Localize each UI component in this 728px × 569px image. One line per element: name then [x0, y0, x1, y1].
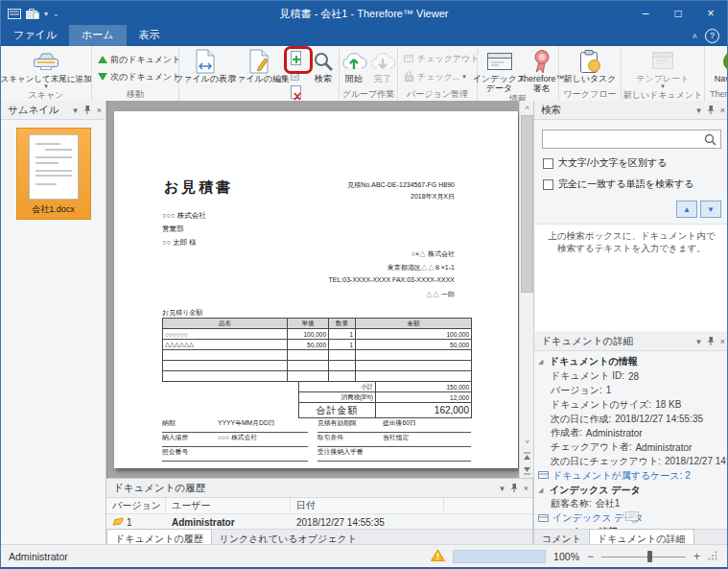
scan-append-button[interactable]: スキャンして末尾に追加 ▾ [2, 48, 90, 89]
pin-icon[interactable] [83, 105, 91, 115]
qat-dropdown-icon[interactable]: ▾ [44, 10, 48, 18]
replace-page-button[interactable] [287, 67, 306, 83]
group-label-workflow: ワークフロー [559, 88, 621, 101]
scanner-icon [32, 48, 60, 74]
app-icon[interactable] [8, 9, 21, 19]
close-button[interactable]: × [694, 1, 727, 26]
tab-file[interactable]: ファイル [1, 25, 69, 46]
scroll-up-icon[interactable]: ˄ [520, 101, 534, 115]
next-document-button[interactable]: 次のドキュメント [98, 71, 180, 83]
ribbon-group-therefore: Navigator Therefore™ [705, 46, 727, 101]
quote-title: お見積書 [164, 178, 233, 197]
vertical-scrollbar[interactable]: ˄ ˅ [519, 101, 533, 478]
collapse-section-icon[interactable]: ◢ [538, 358, 546, 366]
find-next-button[interactable]: ▼ [700, 201, 721, 218]
thumbnail-item-selected[interactable]: 会社1.docx [16, 128, 91, 220]
ribbon: スキャンして末尾に追加 ▾ スキャン 前のドキュメント 次のドキュメント 移動 [1, 46, 727, 102]
case-link-row[interactable]: ドキュメントが属するケース: 2 [538, 468, 727, 483]
table-row [163, 361, 472, 371]
checkbox-icon[interactable] [543, 158, 553, 169]
table-row [163, 371, 472, 382]
close-panel-icon[interactable]: × [720, 337, 725, 346]
search-hint-text: 上の検索ボックスに、ドキュメント内で検索するテキストを入力できます。 [535, 225, 728, 261]
briefcase-icon[interactable] [26, 8, 39, 19]
pin-icon[interactable] [707, 105, 715, 115]
add-page-button[interactable] [287, 50, 306, 66]
column-date[interactable]: 日付 [291, 498, 444, 513]
whole-word-option[interactable]: 完全に一致する単語を検索する [543, 178, 728, 191]
view-file-button[interactable]: ファイルの表示 [179, 48, 231, 83]
start-button[interactable]: 開始 [341, 48, 367, 83]
next-page-icon[interactable] [520, 463, 534, 478]
thumbnail-preview [29, 134, 79, 200]
thumbnail-filename: 会社1.docx [17, 203, 90, 216]
thumbnails-panel-title: サムネイル [8, 104, 59, 117]
previous-page-icon[interactable] [520, 449, 534, 463]
help-icon[interactable]: ? [705, 29, 719, 43]
ribbon-group-workflow: 新しいタスク ワークフロー [559, 46, 622, 101]
scroll-down-icon[interactable]: ˅ [520, 435, 534, 449]
minimize-button[interactable]: – [629, 1, 662, 26]
new-task-button[interactable]: 新しいタスク [561, 48, 619, 83]
panel-menu-icon[interactable]: ▾ [73, 106, 78, 115]
pin-icon[interactable] [510, 483, 518, 493]
edit-file-button[interactable]: ファイルの編集 [233, 48, 285, 83]
ribbon-group-move: 前のドキュメント 次のドキュメント 移動 [92, 46, 179, 101]
group-label-newdoc: 新しいドキュメント [622, 89, 704, 101]
column-user[interactable]: ユーザー [166, 498, 291, 513]
customer-person: ○○ 太郎 様 [162, 238, 197, 248]
match-case-option[interactable]: 大文字/小文字を区別する [543, 156, 728, 170]
checkout-button[interactable]: チェックアウト [403, 53, 479, 65]
pin-icon[interactable] [707, 336, 715, 346]
column-version[interactable]: バージョン [106, 498, 166, 513]
zoom-slider[interactable] [601, 550, 686, 563]
zoom-out-button[interactable]: − [587, 550, 594, 563]
dropdown-icon: ▾ [462, 74, 466, 80]
zoom-in-button[interactable]: + [693, 550, 700, 563]
find-previous-button[interactable]: ▲ [676, 201, 697, 218]
form-icon [486, 48, 513, 74]
search-input[interactable] [543, 130, 700, 148]
group-label-move: 移動 [92, 88, 178, 101]
index-data-button[interactable]: インデックス データ [478, 48, 522, 93]
signature-button[interactable]: Therefore™ 署名 [525, 48, 559, 93]
detail-row: 次の日にチェックアウト:2018/12/27 14:59:37 [538, 455, 727, 469]
panel-menu-icon[interactable]: ▾ [500, 484, 505, 493]
cloud-down-icon [369, 48, 396, 74]
maximize-button[interactable]: □ [662, 1, 694, 26]
group-label-therefore: Therefore™ [705, 88, 727, 101]
checkbox-icon[interactable] [543, 179, 553, 190]
customer-company: ○○○ 株式会社 [162, 211, 206, 221]
vendor-person: △△ 一郎 [426, 290, 455, 299]
qat-customize-icon[interactable]: ⌄ [53, 10, 59, 18]
table-row: 小計150,000 [299, 382, 472, 392]
warning-icon[interactable] [431, 549, 445, 563]
previous-document-button[interactable]: 前のドキュメント [98, 54, 180, 66]
collapse-ribbon-icon[interactable]: ˄ [693, 32, 705, 46]
zoom-slider-thumb[interactable] [647, 551, 652, 562]
checkin-button[interactable]: チェック... ▾ [403, 70, 466, 83]
index-icon [538, 513, 549, 524]
delete-page-button[interactable] [287, 84, 306, 101]
customer-dept: 営業部 [162, 225, 184, 234]
panel-menu-icon[interactable]: ▾ [696, 337, 701, 346]
finish-button[interactable]: 完了 [369, 48, 396, 83]
close-panel-icon[interactable]: × [524, 484, 528, 493]
collapse-section-icon[interactable]: ◢ [538, 486, 546, 494]
panel-menu-icon[interactable]: ▾ [696, 106, 701, 115]
app-window: ▾ ⌄ 見積書 - 会社1 - Therefore™ Viewer – □ × … [0, 0, 728, 569]
find-button[interactable]: 検索 [308, 48, 339, 83]
template-button[interactable]: テンプレート ▾ [634, 48, 692, 89]
tab-view[interactable]: 表示 [127, 25, 173, 46]
ribbon-group-version: チェックアウト チェック... ▾ バージョン管理 [398, 46, 478, 101]
tab-home[interactable]: ホーム [69, 25, 127, 46]
ribbon-group-newdoc: テンプレート ▾ 新しいドキュメント [622, 46, 705, 101]
search-panel-title: 検索 [541, 104, 561, 117]
close-panel-icon[interactable]: × [720, 106, 725, 115]
search-icon[interactable] [700, 133, 720, 146]
close-panel-icon[interactable]: × [97, 106, 102, 115]
zoom-level: 100% [553, 551, 579, 562]
resize-grip-icon[interactable] [708, 551, 717, 562]
navigator-button[interactable]: Navigator [707, 48, 727, 83]
scrollbar-thumb[interactable] [521, 115, 533, 293]
